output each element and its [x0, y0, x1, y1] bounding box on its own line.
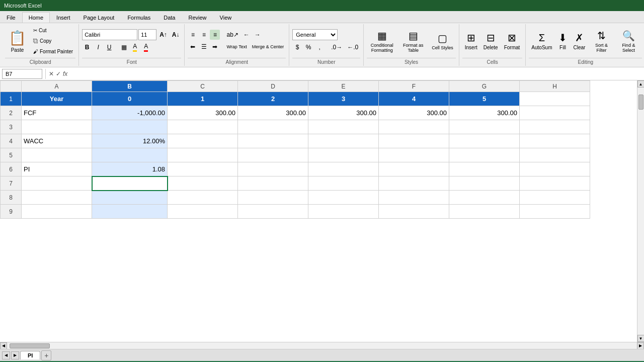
cell-E1[interactable]: 3	[308, 92, 379, 106]
cell-H7[interactable]	[520, 176, 590, 191]
col-header-G[interactable]: G	[449, 81, 520, 92]
cell-D6[interactable]	[238, 162, 308, 176]
insert-button[interactable]: ⊞ Insert	[462, 28, 480, 54]
cell-H5[interactable]	[520, 148, 590, 162]
cancel-formula-icon[interactable]: ✕	[49, 70, 54, 77]
number-format-select[interactable]: General Number Currency Accounting Date …	[292, 29, 338, 40]
font-size-input[interactable]	[138, 29, 156, 40]
decimal-increase-button[interactable]: .0→	[329, 42, 344, 52]
row-header-3[interactable]: 3	[1, 120, 22, 134]
merge-center-button[interactable]: Merge & Center	[250, 42, 286, 52]
cell-F7[interactable]	[379, 176, 449, 191]
cell-H8[interactable]	[520, 191, 590, 205]
autosum-button[interactable]: Σ AutoSum	[529, 28, 554, 54]
tab-file[interactable]: File	[0, 12, 22, 23]
row-header-4[interactable]: 4	[1, 134, 22, 148]
cell-G5[interactable]	[449, 148, 520, 162]
cell-C4[interactable]	[168, 134, 238, 148]
cell-C7[interactable]	[168, 176, 238, 191]
h-scrollbar-track[interactable]	[7, 342, 637, 349]
sheet-tab-PI[interactable]: PI	[20, 351, 40, 359]
cell-F2[interactable]: 300.00	[379, 106, 449, 120]
decimal-decrease-button[interactable]: ←.0	[345, 42, 360, 52]
cell-G9[interactable]	[449, 205, 520, 219]
cell-C8[interactable]	[168, 191, 238, 205]
cell-F8[interactable]	[379, 191, 449, 205]
row-header-2[interactable]: 2	[1, 106, 22, 120]
cell-D9[interactable]	[238, 205, 308, 219]
col-header-D[interactable]: D	[238, 81, 308, 92]
clear-button[interactable]: ✗ Clear	[571, 28, 588, 54]
align-center-button[interactable]: ☰	[199, 42, 209, 52]
col-header-F[interactable]: F	[379, 81, 449, 92]
cell-F6[interactable]	[379, 162, 449, 176]
cell-E8[interactable]	[308, 191, 379, 205]
cell-E7[interactable]	[308, 176, 379, 191]
cell-A9[interactable]	[22, 205, 92, 219]
paste-button[interactable]: 📋 Paste	[5, 28, 30, 54]
cut-button[interactable]: ✂ Cut	[31, 26, 75, 36]
cell-B9[interactable]	[92, 205, 168, 219]
format-painter-button[interactable]: 🖌 Format Painter	[31, 47, 75, 57]
cell-A1[interactable]: Year	[22, 92, 92, 106]
cell-E6[interactable]	[308, 162, 379, 176]
cell-E5[interactable]	[308, 148, 379, 162]
cell-F3[interactable]	[379, 120, 449, 134]
add-sheet-button[interactable]: +	[41, 350, 51, 360]
increase-font-button[interactable]: A↑	[157, 30, 169, 40]
cell-H2[interactable]	[520, 106, 590, 120]
cell-B4[interactable]: 12.00%	[92, 134, 168, 148]
vertical-scrollbar[interactable]: ▲ ▼	[637, 80, 644, 342]
cell-F9[interactable]	[379, 205, 449, 219]
tab-review[interactable]: Review	[182, 12, 213, 23]
col-header-B[interactable]: B	[92, 81, 168, 92]
row-header-6[interactable]: 6	[1, 162, 22, 176]
scroll-thumb[interactable]	[638, 95, 643, 110]
cell-D8[interactable]	[238, 191, 308, 205]
tab-view[interactable]: View	[213, 12, 238, 23]
row-header-5[interactable]: 5	[1, 148, 22, 162]
cell-D7[interactable]	[238, 176, 308, 191]
cell-C2[interactable]: 300.00	[168, 106, 238, 120]
font-color-button[interactable]: A	[141, 42, 151, 52]
cell-styles-button[interactable]: ▢ Cell Styles	[429, 28, 456, 54]
italic-button[interactable]: I	[93, 42, 103, 52]
conditional-formatting-button[interactable]: ▦ Conditional Formatting	[367, 28, 397, 54]
cell-D2[interactable]: 300.00	[238, 106, 308, 120]
cell-C3[interactable]	[168, 120, 238, 134]
fill-button[interactable]: ⬇ Fill	[555, 28, 570, 54]
bold-button[interactable]: B	[82, 42, 92, 52]
cell-D3[interactable]	[238, 120, 308, 134]
align-top-center-button[interactable]: ≡	[199, 30, 209, 40]
cell-H1[interactable]	[520, 92, 590, 106]
cell-F1[interactable]: 4	[379, 92, 449, 106]
cell-C9[interactable]	[168, 205, 238, 219]
cell-G2[interactable]: 300.00	[449, 106, 520, 120]
format-button[interactable]: ⊠ Format	[502, 28, 523, 54]
align-left-button[interactable]: ⬅	[188, 42, 198, 52]
scroll-left-arrow[interactable]: ◀	[0, 342, 7, 349]
tab-insert[interactable]: Insert	[50, 12, 77, 23]
cell-F5[interactable]	[379, 148, 449, 162]
cell-B6[interactable]: 1.08	[92, 162, 168, 176]
cell-D5[interactable]	[238, 148, 308, 162]
cell-H6[interactable]	[520, 162, 590, 176]
cell-G6[interactable]	[449, 162, 520, 176]
cell-G3[interactable]	[449, 120, 520, 134]
scroll-down-arrow[interactable]: ▼	[637, 335, 645, 342]
cell-E4[interactable]	[308, 134, 379, 148]
cell-A2[interactable]: FCF	[22, 106, 92, 120]
cell-B3[interactable]	[92, 120, 168, 134]
comma-button[interactable]: ,	[314, 42, 325, 52]
cell-E2[interactable]: 300.00	[308, 106, 379, 120]
cell-B2[interactable]: -1,000.00	[92, 106, 168, 120]
orientation-button[interactable]: ab↗	[224, 30, 240, 40]
align-top-right-button[interactable]: ≡	[210, 30, 220, 40]
tab-page-layout[interactable]: Page Layout	[77, 12, 121, 23]
scroll-up-arrow[interactable]: ▲	[637, 80, 645, 87]
row-header-8[interactable]: 8	[1, 191, 22, 205]
cell-C5[interactable]	[168, 148, 238, 162]
cell-B8[interactable]	[92, 191, 168, 205]
tab-data[interactable]: Data	[157, 12, 182, 23]
col-header-A[interactable]: A	[22, 81, 92, 92]
